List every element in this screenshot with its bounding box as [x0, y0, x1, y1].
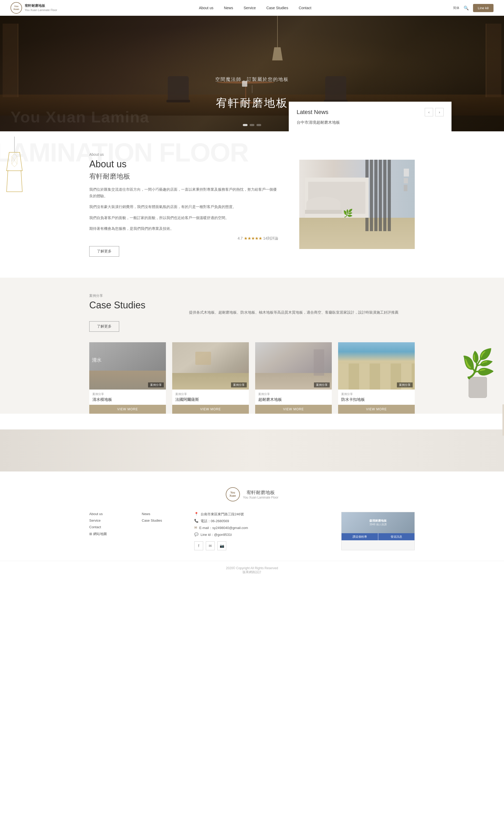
- card-4: 案例分享 案例分享 防水卡扣地板 VIEW MORE: [338, 342, 415, 414]
- hero-shelf-right: [486, 24, 501, 97]
- svg-line-4: [6, 171, 8, 192]
- about-heading: About us: [89, 159, 278, 170]
- hero-section: 空間魔法師，訂製屬於您的地板 宥軒耐磨地板 You Xuan Lamina La…: [0, 16, 504, 131]
- facebook-preview: 森境耐磨地板 3948 個人按讚 讚這個粉專 發送訊息: [341, 512, 415, 550]
- card-3-wall: [314, 349, 324, 375]
- about-rating: 4.7 ★★★★★ 14則評論: [89, 236, 278, 241]
- footer-email: ✉ E-mail：sy2498040@gmail.com: [194, 526, 320, 530]
- cases-left: 案例分享 Case Studies 了解更多: [89, 293, 168, 332]
- card-3-category: 案例分享: [255, 389, 332, 397]
- footer-col-1: About us Service Contact ⊞ 網站地圖: [89, 512, 121, 550]
- card-3: 案例分享 案例分享 超耐磨木地板 VIEW MORE: [255, 342, 332, 414]
- latest-news-panel: Latest News ‹ › 台中市清境超耐磨木地板: [289, 102, 451, 131]
- hero-dots: [243, 124, 261, 126]
- card-2-title: 法國阿爾薩斯: [172, 397, 249, 405]
- fb-preview-buttons: 讚這個粉專 發送訊息: [342, 533, 414, 540]
- plant-decoration: 🌿: [462, 351, 493, 414]
- footer-copyright: 2020© Copyright All Rights Reserved 版果網路…: [0, 561, 504, 575]
- footer-link-sitemap[interactable]: ⊞ 網站地圖: [89, 532, 121, 536]
- email-button[interactable]: ✉: [206, 541, 215, 550]
- card-2-image: 案例分享: [172, 342, 249, 389]
- sitemap-icon: ⊞: [89, 532, 92, 536]
- fb-like-button[interactable]: 讚這個粉專: [342, 533, 378, 540]
- card-1-category: 案例分享: [89, 389, 166, 397]
- latest-news-prev-button[interactable]: ‹: [425, 108, 433, 116]
- card-4-title: 防水卡扣地板: [338, 397, 415, 405]
- email-icon: ✉: [194, 526, 197, 529]
- card-1-cta-button[interactable]: VIEW MORE: [89, 405, 166, 414]
- latest-news-item: 台中市清境超耐磨木地板: [296, 120, 444, 125]
- nav-case-studies[interactable]: Case Studies: [267, 6, 288, 10]
- hero-text: 空間魔法師，訂製屬於您的地板 宥軒耐磨地板: [215, 76, 289, 110]
- about-room-image: 🌿: [299, 160, 415, 249]
- case-studies-section: 案例分享 Case Studies 了解更多 提供各式木地板、超耐磨地板、防水地…: [0, 278, 504, 414]
- search-icon[interactable]: 🔍: [464, 5, 469, 11]
- logo-icon: You Xuan: [11, 2, 22, 14]
- rating-stars: ★★★★★: [244, 236, 262, 240]
- site-footer: You Xuan 宥軒耐磨地板 You Xuan Laminate Floor …: [0, 472, 504, 585]
- card-3-category-overlay: 案例分享: [314, 382, 330, 387]
- about-learn-more-button[interactable]: 了解更多: [89, 246, 119, 257]
- card-1-category-overlay: 案例分享: [148, 382, 164, 387]
- shelf-items: [404, 169, 409, 191]
- card-4-category: 案例分享: [338, 389, 415, 397]
- footer-link-cases[interactable]: Case Studies: [142, 519, 173, 522]
- hero-lamp-shade: [272, 47, 283, 60]
- instagram-button[interactable]: 📷: [217, 541, 226, 550]
- about-desc-4: 期待著有機會為您服務，是我們我們的專業及技術。: [89, 225, 278, 232]
- nav-about[interactable]: About us: [199, 6, 213, 10]
- card-4-category-overlay: 案例分享: [397, 382, 413, 387]
- card-2-category: 案例分享: [172, 389, 249, 397]
- sofa: [305, 197, 342, 218]
- footer-link-contact[interactable]: Contact: [89, 525, 121, 529]
- card-2-cta-button[interactable]: VIEW MORE: [172, 405, 249, 414]
- footer-logo-area: You Xuan 宥軒耐磨地板 You Xuan Laminate Floor: [0, 487, 504, 502]
- latest-news-arrows: ‹ ›: [425, 108, 444, 116]
- site-header: You Xuan 宥軒耐磨地板 You Xuan Laminate Floor …: [0, 0, 504, 16]
- fb-preview-image: 森境耐磨地板 3948 個人按讚: [342, 512, 414, 533]
- card-1: 清水 案例分享 案例分享 清水模地板 VIEW MORE: [89, 342, 166, 414]
- card-1-title: 清水模地板: [89, 397, 166, 405]
- footer-link-news[interactable]: News: [142, 512, 173, 516]
- footer-address: 📍 台南市東區東門路三段246號: [194, 512, 320, 517]
- card-1-watermark: 清水: [92, 357, 101, 363]
- footer-phone: 📞 電話：06-2680569: [194, 519, 320, 524]
- facebook-button[interactable]: f: [194, 541, 203, 550]
- line-icon: 💬: [194, 532, 198, 536]
- about-inner: About us About us 宥軒耐磨地板 我們位於匯集交流道往市區方向，…: [68, 152, 436, 257]
- about-section: LAMINATION FLOOR About us About us 宥軒耐磨地…: [0, 131, 504, 278]
- latest-news-header: Latest News ‹ ›: [296, 108, 444, 116]
- line-cta-button[interactable]: Line kê: [473, 4, 493, 12]
- cases-learn-more-button[interactable]: 了解更多: [89, 321, 119, 332]
- card-3-cta-button[interactable]: VIEW MORE: [255, 405, 332, 414]
- nav-news[interactable]: News: [224, 6, 233, 10]
- card-4-image: 案例分享: [338, 342, 415, 389]
- card-2: 案例分享 案例分享 法國阿爾薩斯 VIEW MORE: [172, 342, 249, 414]
- cases-inner: 案例分享 Case Studies 了解更多 提供各式木地板、超耐磨地板、防水地…: [68, 293, 436, 332]
- footer-brand-cn: 宥軒耐磨地板: [243, 489, 278, 496]
- footer-link-about[interactable]: About us: [89, 512, 121, 516]
- footer-link-service[interactable]: Service: [89, 519, 121, 522]
- logo-cn: 宥軒耐磨地板: [25, 3, 57, 8]
- header-logo: You Xuan 宥軒耐磨地板 You Xuan Laminate Floor: [11, 2, 57, 14]
- scroll-indicator: [502, 404, 504, 436]
- language-switcher[interactable]: 简体: [453, 6, 460, 10]
- card-2-category-overlay: 案例分享: [231, 382, 247, 387]
- about-left: About us About us 宥軒耐磨地板 我們位於匯集交流道往市區方向，…: [89, 152, 278, 257]
- footer-nav-area: About us Service Contact ⊞ 網站地圖 News Cas…: [68, 512, 436, 550]
- nav-service[interactable]: Service: [244, 6, 256, 10]
- svg-line-5: [21, 171, 22, 192]
- svg-marker-1: [6, 152, 22, 171]
- latest-news-next-button[interactable]: ›: [435, 108, 444, 116]
- nav-contact[interactable]: Contact: [299, 6, 311, 10]
- fb-preview-content: 森境耐磨地板 3948 個人按讚: [369, 519, 387, 526]
- card-4-cta-button[interactable]: VIEW MORE: [338, 405, 415, 414]
- hero-dot-3[interactable]: [256, 124, 261, 126]
- footer-brand-text: 宥軒耐磨地板 You Xuan Laminate Floor: [243, 489, 278, 499]
- card-2-object: [195, 352, 211, 365]
- hero-title: 宥軒耐磨地板: [215, 95, 289, 110]
- hero-dot-2[interactable]: [250, 124, 254, 126]
- fb-message-button[interactable]: 發送訊息: [378, 533, 415, 540]
- plant-pot: [469, 377, 487, 398]
- hero-dot-1[interactable]: [243, 124, 248, 126]
